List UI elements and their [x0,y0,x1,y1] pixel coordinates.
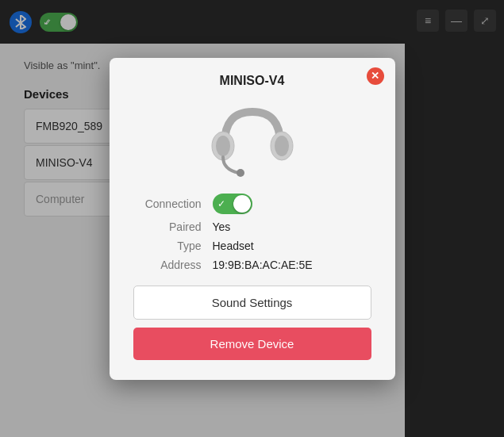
svg-point-3 [275,136,289,156]
connection-row: Connection ✓ [133,194,371,214]
address-label: Address [133,259,213,271]
device-info: Connection ✓ Paired Yes Type Headset Add… [133,194,371,271]
sound-settings-button[interactable]: Sound Settings [133,286,371,320]
headset-icon [209,100,296,179]
paired-label: Paired [133,220,213,233]
svg-point-4 [237,169,244,177]
device-modal: MINISO-V4 ✕ Connection [110,58,395,380]
headset-icon-area [133,100,371,179]
type-value: Headset [213,240,254,252]
toggle-check-icon: ✓ [217,198,225,209]
type-label: Type [133,240,213,252]
toggle-knob [233,195,251,213]
connection-toggle[interactable]: ✓ [213,194,252,214]
modal-close-button[interactable]: ✕ [367,67,384,85]
address-value: 19:9B:BA:AC:AE:5E [213,259,313,271]
paired-value: Yes [213,220,231,233]
modal-title: MINISO-V4 [133,74,371,88]
paired-row: Paired Yes [133,220,371,233]
remove-device-button[interactable]: Remove Device [133,328,371,360]
type-row: Type Headset [133,240,371,252]
address-row: Address 19:9B:BA:AC:AE:5E [133,259,371,271]
connection-label: Connection [133,197,213,210]
svg-point-1 [216,136,230,156]
modal-overlay: MINISO-V4 ✕ Connection [0,0,504,437]
